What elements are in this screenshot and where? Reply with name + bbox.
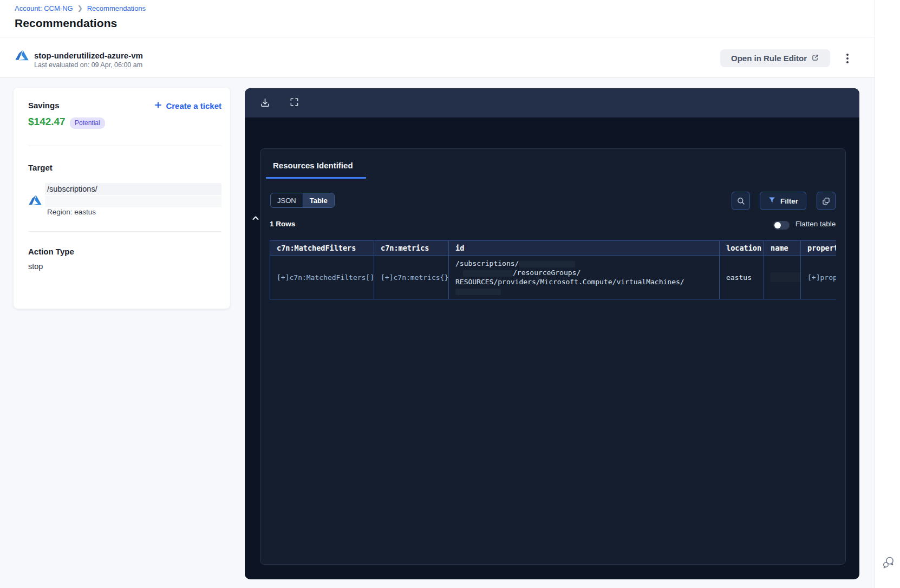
collapse-section-chevron[interactable] — [251, 214, 260, 223]
target-path: /subscriptions/ — [47, 185, 97, 193]
main-content-area: Account: CCM-NG ❯ Recommendations Recomm… — [0, 0, 875, 588]
cell-matched-filters-expander[interactable]: [+]c7n:MatchedFilters[] — [270, 256, 374, 299]
filter-funnel-icon — [768, 196, 776, 206]
panel-toolbar — [245, 88, 859, 117]
right-rail — [875, 0, 900, 588]
target-label: Target — [28, 163, 53, 172]
fullscreen-expand-button[interactable] — [288, 97, 300, 109]
resources-identified-panel: Resources Identified JSON Table Filter — [260, 148, 846, 565]
cell-properties-expander[interactable]: [+]properties{} — [801, 256, 837, 299]
redacted-text — [771, 272, 801, 282]
download-button[interactable] — [259, 97, 271, 109]
table-row: [+]c7n:MatchedFilters[] [+]c7n:metrics{}… — [270, 256, 837, 299]
chevron-right-icon: ❯ — [77, 4, 83, 12]
cell-resource-id: /subscriptions/ /resourceGroups/ RESOURC… — [449, 256, 720, 299]
header-divider — [0, 37, 875, 37]
breadcrumb: Account: CCM-NG ❯ Recommendations — [15, 4, 146, 12]
breadcrumb-account-link[interactable]: Account: CCM-NG — [15, 4, 73, 12]
card-divider — [28, 231, 221, 232]
filter-label: Filter — [780, 197, 798, 205]
target-region: Region: eastus — [47, 208, 96, 216]
column-header-location: location — [720, 241, 764, 256]
savings-label: Savings — [28, 101, 60, 110]
redacted-text — [45, 195, 221, 207]
tab-resources-identified[interactable]: Resources Identified — [266, 149, 366, 179]
azure-logo-icon — [28, 193, 42, 207]
column-header-properties: properties — [801, 241, 837, 256]
redacted-text — [455, 289, 501, 295]
create-ticket-label: Create a ticket — [166, 101, 221, 110]
evaluation-results-panel: stop-underutilized-azure-vm Resources Id… — [245, 88, 859, 579]
rule-last-evaluated: Last evaluated on: 09 Apr, 06:00 am — [34, 61, 142, 69]
flatten-table-label: Flatten table — [795, 220, 836, 228]
external-link-icon — [811, 54, 819, 63]
potential-badge: Potential — [70, 117, 105, 129]
view-mode-toggle: JSON Table — [270, 193, 335, 208]
recommendations-page: Account: CCM-NG ❯ Recommendations Recomm… — [0, 0, 900, 588]
page-title: Recommendations — [15, 17, 117, 30]
results-table: c7n:MatchedFilters c7n:metrics id locati… — [270, 240, 836, 299]
cell-metrics-expander[interactable]: [+]c7n:metrics{} — [374, 256, 449, 299]
breadcrumb-recommendations-link[interactable]: Recommendations — [87, 4, 146, 12]
rule-header-divider — [0, 77, 875, 78]
column-header-name: name — [764, 241, 801, 256]
savings-amount: $142.47 — [28, 116, 66, 128]
redacted-text — [463, 270, 513, 277]
action-type-label: Action Type — [28, 247, 74, 256]
results-table-container: c7n:MatchedFilters c7n:metrics id locati… — [270, 240, 836, 299]
column-header-matched-filters: c7n:MatchedFilters — [270, 241, 374, 256]
create-ticket-button[interactable]: Create a ticket — [154, 101, 221, 110]
open-in-rule-editor-label: Open in Rule Editor — [731, 54, 807, 63]
cell-name — [764, 256, 801, 299]
open-in-rule-editor-button[interactable]: Open in Rule Editor — [720, 49, 830, 67]
id-line-3: RESOURCES/providers/Microsoft.Compute/vi… — [455, 278, 684, 286]
plus-icon — [154, 101, 162, 110]
view-json-option[interactable]: JSON — [271, 193, 303, 207]
rule-name: stop-underutilized-azure-vm — [34, 51, 143, 60]
copy-button[interactable] — [817, 192, 836, 210]
id-line-1: /subscriptions/ — [455, 259, 519, 267]
view-table-option[interactable]: Table — [303, 193, 334, 207]
table-header-row: c7n:MatchedFilters c7n:metrics id locati… — [270, 241, 837, 256]
more-options-kebab-menu[interactable] — [842, 50, 853, 67]
row-count: 1 Rows — [270, 220, 295, 228]
action-type-value: stop — [28, 262, 43, 271]
search-button[interactable] — [732, 192, 750, 210]
filter-button[interactable]: Filter — [760, 192, 806, 210]
card-divider — [28, 146, 221, 146]
cell-location: eastus — [720, 256, 764, 299]
redacted-text — [519, 261, 575, 267]
help-chat-icon[interactable] — [880, 555, 896, 571]
column-header-id: id — [449, 241, 720, 256]
flatten-table-toggle[interactable] — [773, 221, 790, 230]
savings-card: Savings Create a ticket $142.47 Potentia… — [14, 88, 230, 309]
azure-logo-icon — [15, 48, 29, 63]
id-line-2: /resourceGroups/ — [513, 269, 581, 277]
column-header-metrics: c7n:metrics — [374, 241, 449, 256]
